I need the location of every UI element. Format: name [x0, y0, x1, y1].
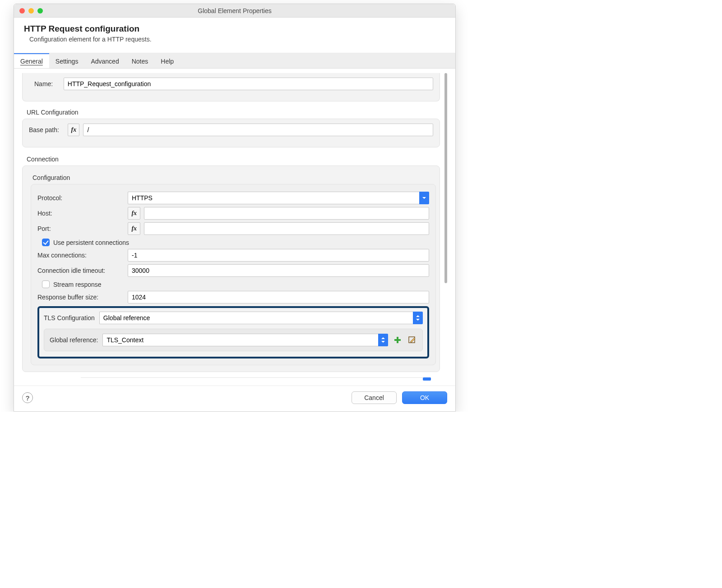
chevron-down-icon[interactable]: [419, 192, 429, 204]
connection-block: Configuration Protocol:: [22, 165, 440, 372]
dialog-body: Name: URL Configuration Base path: fx Co…: [14, 69, 455, 386]
page-subtitle: Configuration element for a HTTP request…: [29, 36, 445, 43]
fx-button-basepath[interactable]: fx: [68, 124, 79, 136]
buffer-label: Response buffer size:: [37, 294, 128, 301]
port-label: Port:: [37, 225, 128, 232]
ok-button[interactable]: OK: [402, 391, 447, 404]
host-input[interactable]: [144, 207, 429, 220]
truncated-content-hint: [81, 377, 431, 382]
updown-icon[interactable]: [413, 312, 423, 324]
port-input[interactable]: [144, 222, 429, 235]
tls-mode-select[interactable]: [99, 312, 423, 324]
persistent-checkbox[interactable]: [42, 239, 50, 246]
cancel-button[interactable]: Cancel: [352, 391, 397, 404]
edit-icon[interactable]: [407, 335, 417, 345]
tab-advanced[interactable]: Advanced: [84, 53, 125, 68]
scrollbar-thumb[interactable]: [444, 73, 447, 283]
dialog-header: HTTP Request configuration Configuration…: [14, 18, 455, 53]
name-input[interactable]: [64, 78, 433, 90]
tab-settings[interactable]: Settings: [49, 53, 85, 68]
window-title: Global Element Properties: [14, 7, 455, 14]
connection-title: Connection: [22, 153, 440, 165]
fx-button-port[interactable]: fx: [128, 222, 140, 235]
protocol-value[interactable]: [128, 192, 419, 204]
url-config-block: Base path: fx: [22, 119, 440, 147]
idle-timeout-label: Connection idle timeout:: [37, 267, 128, 274]
global-reference-row: Global reference:: [44, 329, 423, 351]
idle-timeout-input[interactable]: [128, 264, 429, 277]
svg-rect-1: [394, 339, 401, 341]
base-path-input[interactable]: [83, 124, 433, 136]
titlebar: Global Element Properties: [14, 4, 455, 18]
configuration-title: Configuration: [31, 171, 436, 184]
tab-help[interactable]: Help: [154, 53, 180, 68]
max-conn-input[interactable]: [128, 249, 429, 262]
name-block: Name:: [22, 73, 440, 101]
protocol-label: Protocol:: [37, 194, 128, 202]
global-ref-select[interactable]: [102, 334, 388, 346]
scrollbar[interactable]: [444, 73, 447, 382]
help-icon[interactable]: ?: [22, 392, 33, 403]
name-label: Name:: [34, 80, 64, 87]
base-path-label: Base path:: [29, 126, 68, 133]
buffer-input[interactable]: [128, 291, 429, 303]
protocol-select[interactable]: [128, 192, 429, 204]
tab-notes[interactable]: Notes: [125, 53, 155, 68]
fx-button-host[interactable]: fx: [128, 207, 140, 220]
tls-config-highlight: TLS Configuration Global reference:: [37, 306, 429, 358]
tls-mode-value[interactable]: [99, 312, 413, 324]
global-ref-value[interactable]: [102, 334, 378, 346]
page-title: HTTP Request configuration: [24, 24, 445, 34]
updown-icon[interactable]: [378, 334, 388, 346]
configuration-inner-block: Protocol: Host:: [31, 184, 436, 365]
global-ref-label: Global reference:: [50, 336, 98, 344]
max-conn-label: Max connections:: [37, 252, 128, 259]
stream-response-label: Stream response: [53, 281, 102, 288]
tab-general[interactable]: General: [14, 53, 49, 68]
persistent-label: Use persistent connections: [53, 239, 129, 246]
dialog-footer: ? Cancel OK: [14, 386, 455, 411]
tls-config-label: TLS Configuration: [44, 314, 95, 322]
stream-response-checkbox[interactable]: [42, 280, 50, 288]
add-icon[interactable]: [393, 335, 403, 345]
tabs: General Settings Advanced Notes Help: [14, 53, 455, 69]
dialog-window: Global Element Properties HTTP Request c…: [14, 4, 456, 412]
url-config-title: URL Configuration: [22, 106, 440, 119]
host-label: Host:: [37, 210, 128, 217]
